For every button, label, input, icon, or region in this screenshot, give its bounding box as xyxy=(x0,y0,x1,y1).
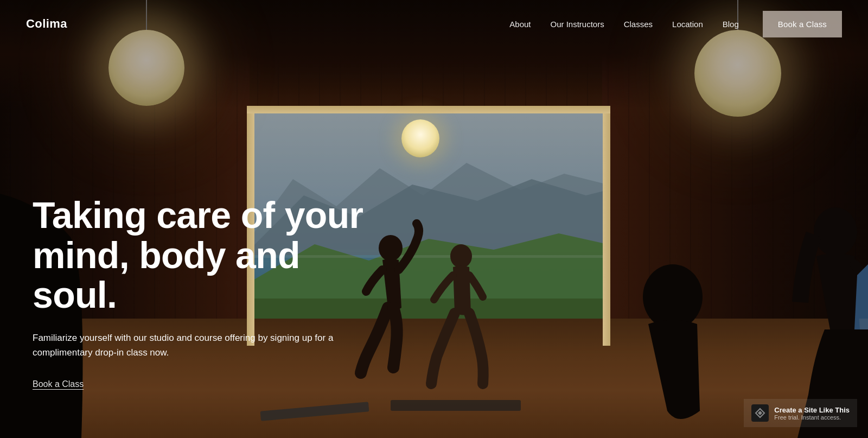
badge-text: Create a Site Like This Free trial. Inst… xyxy=(774,406,850,421)
hero-cta-link[interactable]: Book a Class xyxy=(33,379,84,389)
hero-headline: Taking care of your mind, body and soul. xyxy=(33,195,380,315)
nav-classes[interactable]: Classes xyxy=(624,20,653,29)
nav-links: About Our Instructors Classes Location B… xyxy=(509,11,842,37)
hero-headline-line2: mind, body and soul. xyxy=(33,234,300,315)
audience-silhouettes xyxy=(640,112,868,438)
navbar: Colima About Our Instructors Classes Loc… xyxy=(0,0,868,48)
nav-blog[interactable]: Blog xyxy=(723,20,739,29)
svg-point-9 xyxy=(814,207,857,256)
badge-subtitle: Free trial. Instant access. xyxy=(774,414,850,421)
brand-logo[interactable]: Colima xyxy=(26,17,67,31)
hero-subtext: Familiarize yourself with our studio and… xyxy=(33,331,347,360)
nav-about[interactable]: About xyxy=(509,20,531,29)
squarespace-icon xyxy=(751,404,769,422)
svg-point-7 xyxy=(379,235,403,261)
hero-content: Taking care of your mind, body and soul.… xyxy=(33,195,380,389)
svg-point-10 xyxy=(643,264,703,329)
nav-instructors[interactable]: Our Instructors xyxy=(551,20,604,29)
svg-point-8 xyxy=(450,244,472,268)
nav-book-button[interactable]: Book a Class xyxy=(763,11,842,37)
nav-location[interactable]: Location xyxy=(672,20,703,29)
window-frame-top xyxy=(247,106,610,113)
hero-section: Colima About Our Instructors Classes Loc… xyxy=(0,0,868,438)
hero-headline-line1: Taking care of your xyxy=(33,194,363,236)
pendant-light-center xyxy=(401,119,439,157)
squarespace-badge[interactable]: Create a Site Like This Free trial. Inst… xyxy=(744,399,857,427)
badge-title: Create a Site Like This xyxy=(774,406,850,414)
